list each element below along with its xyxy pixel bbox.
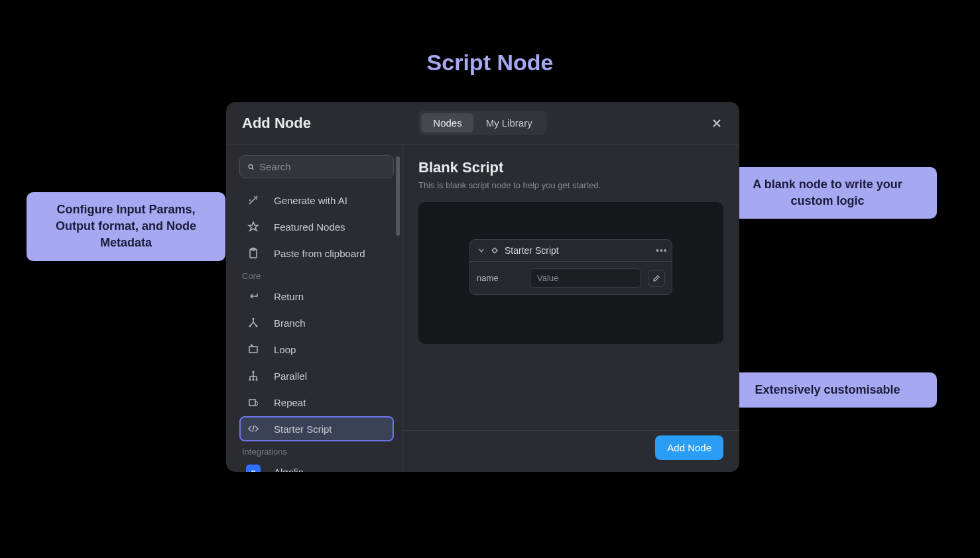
more-icon[interactable]: ••• [656,245,665,256]
field-input-name[interactable]: Value [530,268,641,288]
sidebar-item-starter-script[interactable]: Starter Script [239,416,394,441]
sidebar-item-repeat[interactable]: Repeat [239,390,394,415]
callout-configure: Configure Input Params, Output format, a… [27,192,225,261]
sidebar-item-featured[interactable]: Featured Nodes [239,214,394,239]
sidebar-item-label: Algolia [274,467,304,473]
panel-subtitle: This is blank script node to help you ge… [418,180,723,190]
sidebar-item-generate[interactable]: Generate with AI [239,188,394,213]
close-icon [711,118,722,129]
svg-point-5 [256,325,258,327]
sidebar-item-label: Generate with AI [274,195,347,206]
sidebar-item-label: Parallel [274,370,307,382]
node-card-header: Starter Script ••• [470,240,672,262]
search-input[interactable] [259,161,385,172]
wand-icon [246,193,261,207]
sidebar-item-label: Branch [274,317,306,329]
pencil-icon [652,274,660,282]
tab-group: Nodes My Library [418,111,546,135]
chevron-down-icon[interactable] [477,246,486,255]
sidebar-item-return[interactable]: Return [239,284,394,309]
modal-header: Add Node Nodes My Library [226,102,739,144]
page-title: Script Node [427,50,554,76]
loop-icon [246,342,261,357]
add-node-modal: Add Node Nodes My Library Generate with … [226,102,739,472]
node-card-title: Starter Script [505,245,656,256]
svg-point-3 [253,318,255,320]
tab-nodes[interactable]: Nodes [421,113,473,133]
svg-point-9 [253,379,255,381]
sidebar-item-branch[interactable]: Branch [239,310,394,335]
main-panel: Blank Script This is blank script node t… [402,144,739,472]
node-preview: Starter Script ••• name Value [418,202,723,344]
footer-divider [402,430,739,431]
clipboard-icon [246,246,261,260]
sidebar-item-paste[interactable]: Paste from clipboard [239,241,394,266]
edit-button[interactable] [648,270,665,287]
close-button[interactable] [709,115,725,131]
diamond-icon [490,246,499,255]
return-icon [246,289,261,304]
svg-rect-11 [249,400,255,406]
sidebar-item-label: Featured Nodes [274,221,345,233]
modal-body: Generate with AI Featured Nodes Paste fr… [226,144,739,472]
sidebar-item-label: Paste from clipboard [274,248,365,259]
sidebar-item-label: Return [274,291,304,302]
code-icon [246,421,261,436]
repeat-icon [246,395,261,410]
sidebar-item-label: Starter Script [274,423,332,435]
add-node-button[interactable]: Add Node [655,435,723,460]
search-box[interactable] [239,155,394,178]
svg-point-8 [249,379,251,381]
sidebar-item-loop[interactable]: Loop [239,337,394,362]
sidebar-item-label: Loop [274,344,296,355]
search-icon [248,162,254,172]
svg-point-7 [253,371,255,373]
node-card: Starter Script ••• name Value [469,239,672,295]
tab-my-library[interactable]: My Library [474,113,544,133]
section-label-core: Core [239,267,394,284]
sidebar-item-algolia[interactable]: a Algolia [239,459,394,472]
branch-icon [246,315,261,330]
sidebar: Generate with AI Featured Nodes Paste fr… [226,144,402,472]
svg-point-10 [256,379,258,381]
svg-rect-6 [249,347,257,353]
callout-customisable: Extensively customisable [718,372,937,408]
modal-title: Add Node [242,115,311,132]
field-label-name: name [477,273,523,283]
algolia-icon: a [246,465,261,472]
node-card-body: name Value [470,262,672,294]
callout-blank-node: A blank node to write your custom logic [718,167,937,219]
section-label-integrations: Integrations [239,443,394,459]
panel-title: Blank Script [418,159,723,176]
svg-point-0 [249,164,253,168]
parallel-icon [246,368,261,383]
svg-point-4 [249,325,251,327]
sidebar-item-parallel[interactable]: Parallel [239,363,394,388]
sidebar-item-label: Repeat [274,397,306,408]
star-icon [246,219,261,234]
